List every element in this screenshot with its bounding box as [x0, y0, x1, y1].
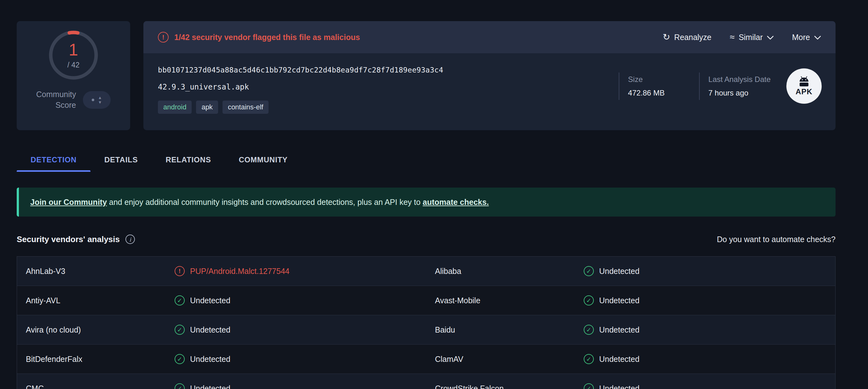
- table-row: Avira (no cloud)✓UndetectedBaidu✓Undetec…: [17, 315, 835, 345]
- tag-contains-elf[interactable]: contains-elf: [222, 100, 269, 114]
- more-label: More: [792, 33, 810, 42]
- result-text: Undetected: [599, 267, 640, 276]
- similar-icon: ≈: [730, 33, 734, 41]
- refresh-icon: ↻: [663, 33, 670, 41]
- detection-status-bar: ! 1/42 security vendor flagged this file…: [144, 21, 836, 53]
- apk-file-type-icon: APK: [786, 68, 822, 104]
- gauge-center: 1 / 42: [46, 28, 100, 82]
- check-circle-icon: ✓: [584, 383, 594, 389]
- similar-label: Similar: [739, 33, 763, 42]
- detections-total: / 42: [67, 61, 80, 69]
- tab-detection[interactable]: DETECTION: [17, 148, 90, 172]
- result-text: Undetected: [599, 296, 640, 305]
- chevron-down-icon: [814, 36, 821, 40]
- file-name[interactable]: 42.9.3_universal.apk: [158, 83, 619, 91]
- info-icon[interactable]: i: [125, 235, 135, 244]
- vendor-result: ✓Undetected: [175, 354, 230, 364]
- result-text: Undetected: [190, 355, 230, 364]
- table-row: CMC✓UndetectedCrowdStrike Falcon✓Undetec…: [17, 374, 835, 389]
- file-summary-card: ! 1/42 security vendor flagged this file…: [144, 21, 836, 130]
- vendor-name: CMC: [26, 384, 175, 389]
- vendor-cell: AhnLab-V3!PUP/Android.Malct.1277544: [17, 266, 426, 276]
- last-analysis-value: 7 hours ago: [709, 89, 771, 97]
- automate-checks-prompt[interactable]: Do you want to automate checks?: [717, 235, 836, 244]
- vendor-result: ✓Undetected: [175, 383, 230, 389]
- malicious-warning: ! 1/42 security vendor flagged this file…: [158, 32, 360, 42]
- file-report-page: 1 / 42 Community Score ▲▼ ! 1/42 sec: [0, 0, 868, 389]
- size-value: 472.86 MB: [628, 89, 686, 97]
- result-text: Undetected: [599, 384, 640, 389]
- vendor-name: BitDefenderFalx: [26, 355, 175, 364]
- vendor-result: ✓Undetected: [584, 266, 640, 276]
- table-row: BitDefenderFalx✓UndetectedClamAV✓Undetec…: [17, 345, 835, 374]
- result-text: Undetected: [599, 355, 640, 364]
- community-label-line2: Score: [36, 100, 76, 111]
- last-analysis-meta: Last Analysis Date 7 hours ago: [699, 72, 771, 100]
- community-vote-widget[interactable]: ▲▼: [83, 91, 111, 109]
- size-meta: Size 472.86 MB: [619, 72, 686, 100]
- banner-text: and enjoy additional community insights …: [107, 198, 423, 207]
- check-circle-icon: ✓: [175, 325, 185, 335]
- vendor-name: Avast-Mobile: [435, 296, 584, 305]
- vendor-result: ✓Undetected: [584, 383, 640, 389]
- vendor-cell: BitDefenderFalx✓Undetected: [17, 354, 426, 364]
- vendor-cell: ClamAV✓Undetected: [426, 354, 835, 364]
- community-score-label: Community Score: [36, 89, 76, 111]
- check-circle-icon: ✓: [584, 354, 594, 364]
- table-row: Antiy-AVL✓UndetectedAvast-Mobile✓Undetec…: [17, 286, 835, 315]
- warning-text: 1/42 security vendor flagged this file a…: [174, 33, 360, 42]
- tab-details[interactable]: DETAILS: [90, 148, 152, 172]
- tag-list: androidapkcontains-elf: [158, 100, 619, 114]
- file-meta: Size 472.86 MB Last Analysis Date 7 hour…: [619, 68, 822, 104]
- vendor-name: Alibaba: [435, 267, 584, 276]
- vendor-cell: Antiy-AVL✓Undetected: [17, 295, 426, 305]
- vendor-result: ✓Undetected: [175, 295, 230, 305]
- community-score-row: Community Score ▲▼: [36, 89, 111, 111]
- alert-circle-icon: !: [175, 266, 185, 276]
- chevron-down-icon: [767, 36, 774, 40]
- similar-button[interactable]: ≈ Similar: [730, 33, 774, 42]
- alert-circle-icon: !: [158, 32, 168, 42]
- community-banner: Join our Community and enjoy additional …: [17, 187, 836, 216]
- vendor-name: Baidu: [435, 325, 584, 334]
- vendor-cell: CrowdStrike Falcon✓Undetected: [426, 383, 835, 389]
- vote-arrows-icon: ▲▼: [98, 95, 102, 104]
- vendor-name: Avira (no cloud): [26, 325, 175, 334]
- more-button[interactable]: More: [792, 33, 821, 42]
- tab-bar: DETECTIONDETAILSRELATIONSCOMMUNITY: [17, 148, 836, 172]
- vendor-name: ClamAV: [435, 355, 584, 364]
- file-hash[interactable]: bb01071237d045a88ac5d46c1bb792cd7bc22d4b…: [158, 66, 619, 74]
- result-text: Undetected: [190, 325, 230, 334]
- last-analysis-label: Last Analysis Date: [709, 75, 771, 84]
- result-text: PUP/Android.Malct.1277544: [190, 267, 289, 276]
- size-label: Size: [628, 75, 686, 84]
- file-card-body: bb01071237d045a88ac5d46c1bb792cd7bc22d4b…: [144, 53, 836, 130]
- check-circle-icon: ✓: [175, 383, 185, 389]
- detection-score-gauge: 1 / 42: [46, 28, 100, 82]
- automate-checks-link[interactable]: automate checks.: [423, 198, 489, 207]
- join-community-link[interactable]: Join our Community: [30, 198, 107, 207]
- vendor-result: !PUP/Android.Malct.1277544: [175, 266, 289, 276]
- result-text: Undetected: [190, 296, 230, 305]
- reanalyze-label: Reanalyze: [674, 33, 711, 42]
- vendor-result: ✓Undetected: [584, 354, 640, 364]
- vendor-cell: Avira (no cloud)✓Undetected: [17, 325, 426, 335]
- vendor-result: ✓Undetected: [584, 295, 640, 305]
- tab-community[interactable]: COMMUNITY: [225, 148, 301, 172]
- tab-relations[interactable]: RELATIONS: [152, 148, 225, 172]
- tag-android[interactable]: android: [158, 100, 192, 114]
- vendor-result: ✓Undetected: [175, 325, 230, 335]
- vendor-cell: Avast-Mobile✓Undetected: [426, 295, 835, 305]
- android-robot-icon: [797, 76, 812, 87]
- detections-count: 1: [69, 41, 78, 58]
- section-title-wrap: Security vendors' analysis i: [17, 235, 135, 244]
- tag-apk[interactable]: apk: [196, 100, 218, 114]
- file-type-badge-text: APK: [796, 87, 812, 96]
- report-header-row: 1 / 42 Community Score ▲▼ ! 1/42 sec: [17, 21, 836, 130]
- table-row: AhnLab-V3!PUP/Android.Malct.1277544Aliba…: [17, 257, 835, 286]
- vendor-name: Antiy-AVL: [26, 296, 175, 305]
- header-actions: ↻ Reanalyze ≈ Similar More: [663, 33, 821, 42]
- result-text: Undetected: [599, 325, 640, 334]
- reanalyze-button[interactable]: ↻ Reanalyze: [663, 33, 712, 42]
- vendor-table: AhnLab-V3!PUP/Android.Malct.1277544Aliba…: [17, 256, 836, 389]
